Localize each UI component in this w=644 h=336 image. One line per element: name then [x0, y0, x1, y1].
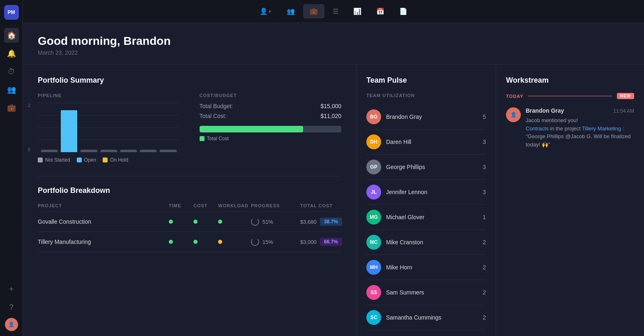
- total-cost-2: $3,000 66.7%: [300, 238, 341, 246]
- new-badge: NEW: [617, 93, 634, 99]
- list-item: SC Samantha Cummings 2: [366, 305, 486, 330]
- team-member-name: Mike Horn: [386, 264, 478, 271]
- main-container: 👤+ 👥 💼 ☰ 📊 📅 📄 Good morning, Brandon Mar…: [23, 0, 644, 336]
- total-budget-value: $15,000: [320, 103, 341, 109]
- nav-document[interactable]: 📄: [393, 4, 414, 19]
- sidebar-item-notifications[interactable]: 🔔: [4, 46, 19, 61]
- dot-green: [193, 240, 198, 244]
- list-item: BG Brandon Gray 5: [366, 104, 486, 130]
- progress-pct-2: 15%: [262, 239, 273, 245]
- sidebar-item-add[interactable]: +: [4, 282, 19, 297]
- col-cost: COST: [193, 203, 218, 208]
- page-content: Good morning, Brandon March 23, 2022 Por…: [23, 23, 644, 336]
- legend-onhold: On Hold: [103, 157, 128, 163]
- list-item: MC Mike Cranston 2: [366, 230, 486, 255]
- app-logo[interactable]: PM: [4, 5, 19, 20]
- breakdown-title: Portfolio Breakdown: [38, 186, 341, 195]
- cost-badge-2: 66.7%: [320, 238, 342, 246]
- user-avatar[interactable]: 👤: [5, 318, 18, 331]
- team-member-count: 2: [483, 264, 486, 271]
- legend-onhold-dot: [103, 158, 108, 162]
- sidebar-item-portfolio[interactable]: 💼: [4, 100, 19, 115]
- bar-onhold: [80, 150, 97, 152]
- ws-message-body: Jacob mentioned you! Contracts in the pr…: [526, 116, 634, 148]
- workstream-title: Workstream: [506, 76, 634, 85]
- workload-dot-1: [218, 218, 251, 225]
- nav-chart[interactable]: 📊: [347, 4, 368, 19]
- legend-onhold-label: On Hold: [110, 157, 128, 163]
- list-item: MH Mike Horn 2: [366, 255, 486, 280]
- team-member-count: 3: [483, 189, 486, 195]
- project-name-1: Govalle Construction: [38, 218, 169, 225]
- document-icon: 📄: [399, 7, 407, 15]
- pipeline-label: PIPELINE: [38, 93, 180, 98]
- workstream-panel: Workstream TODAY NEW 👤 Brandon Gray 11:5…: [496, 65, 644, 336]
- left-panel: Portfolio Summary PIPELINE 2 0: [23, 65, 356, 336]
- chart-legend: Not Started Open On Hold: [38, 157, 180, 163]
- total-cost-label: Total Cost:: [200, 113, 227, 119]
- cost-section: COST/BUDGET Total Budget: $15,000 Total …: [200, 93, 342, 163]
- project-name-2: Tillery Manufacturing: [38, 239, 169, 245]
- list-item: GP George Phillips 3: [366, 155, 486, 180]
- ws-sender-name: Brandon Gray: [526, 107, 564, 114]
- time-dot-1: [169, 218, 193, 225]
- chart-bars: [38, 103, 180, 152]
- list-item: JL Jennifer Lennon 3: [366, 180, 486, 205]
- nav-add-member[interactable]: 👤+: [253, 4, 278, 19]
- budget-bar-fill: [200, 126, 303, 132]
- dot-green: [169, 240, 173, 244]
- page-date: March 23, 2022: [38, 49, 629, 56]
- nav-list[interactable]: ☰: [326, 4, 345, 19]
- sidebar-item-home[interactable]: 🏠: [4, 28, 19, 43]
- team-member-name: Brandon Gray: [386, 114, 478, 120]
- pipeline-section: PIPELINE 2 0: [38, 93, 180, 163]
- team-member-name: Jennifer Lennon: [386, 189, 478, 195]
- col-total-cost: TOTAL COST: [300, 203, 341, 208]
- team-pulse-panel: Team Pulse TEAM UTILIZATION BG Brandon G…: [356, 65, 496, 336]
- team-member-avatar: MC: [366, 235, 381, 250]
- dot-green: [169, 220, 173, 224]
- ws-link-contracts[interactable]: Contracts: [526, 125, 549, 132]
- section-divider: [38, 176, 341, 176]
- portfolio-summary-title: Portfolio Summary: [38, 76, 341, 85]
- table-row: Tillery Manufacturing 15% $3,000 66.7%: [38, 232, 341, 252]
- top-nav: 👤+ 👥 💼 ☰ 📊 📅 📄: [23, 0, 644, 23]
- cost-amount-2: $3,000: [300, 239, 317, 245]
- breakdown-header: PROJECT TIME COST WORKLOAD PROGRESS TOTA…: [38, 203, 341, 212]
- team-member-avatar: SC: [366, 310, 381, 325]
- list-item: MG Michael Glover 1: [366, 205, 486, 230]
- col-time: TIME: [169, 203, 193, 208]
- cost-badge-1: 38.7%: [320, 218, 342, 226]
- nav-team[interactable]: 👥: [280, 4, 301, 19]
- workstream-avatar: 👤: [506, 107, 521, 122]
- sidebar-item-help[interactable]: ?: [4, 300, 19, 315]
- today-line: [528, 96, 612, 96]
- nav-calendar[interactable]: 📅: [370, 4, 391, 19]
- team-member-count: 5: [483, 114, 486, 120]
- team-member-count: 3: [483, 164, 486, 170]
- col-progress: PROGRESS: [251, 203, 300, 208]
- ws-link-tillery[interactable]: Tillery Marketing: [582, 125, 621, 132]
- team-member-count: 2: [483, 314, 486, 321]
- progress-1: 51%: [251, 218, 300, 226]
- ws-text-prefix: Jacob mentioned you!: [526, 117, 578, 123]
- bar-open: [61, 110, 77, 152]
- nav-portfolio[interactable]: 💼: [303, 4, 324, 19]
- team-member-avatar: MH: [366, 260, 381, 275]
- cost-amount-1: $3,680: [300, 219, 317, 225]
- ws-text-middle: in the project: [550, 125, 582, 132]
- bar-5: [120, 150, 137, 152]
- team-pulse-title: Team Pulse: [366, 76, 486, 85]
- team-icon: 👥: [287, 7, 295, 15]
- breakdown-table: PROJECT TIME COST WORKLOAD PROGRESS TOTA…: [38, 203, 341, 252]
- cost-budget-label: COST/BUDGET: [200, 93, 342, 98]
- bar-not-started: [41, 150, 58, 152]
- sidebar-item-time[interactable]: ⏱: [4, 64, 19, 79]
- dot-green: [218, 220, 222, 224]
- chart-area: 2 0: [38, 103, 180, 152]
- sidebar-item-people[interactable]: 👥: [4, 82, 19, 97]
- team-member-avatar: MG: [366, 210, 381, 225]
- team-member-count: 1: [483, 214, 486, 220]
- team-member-count: 2: [483, 289, 486, 296]
- table-row: Govalle Construction 51% $3,680 38.7%: [38, 212, 341, 232]
